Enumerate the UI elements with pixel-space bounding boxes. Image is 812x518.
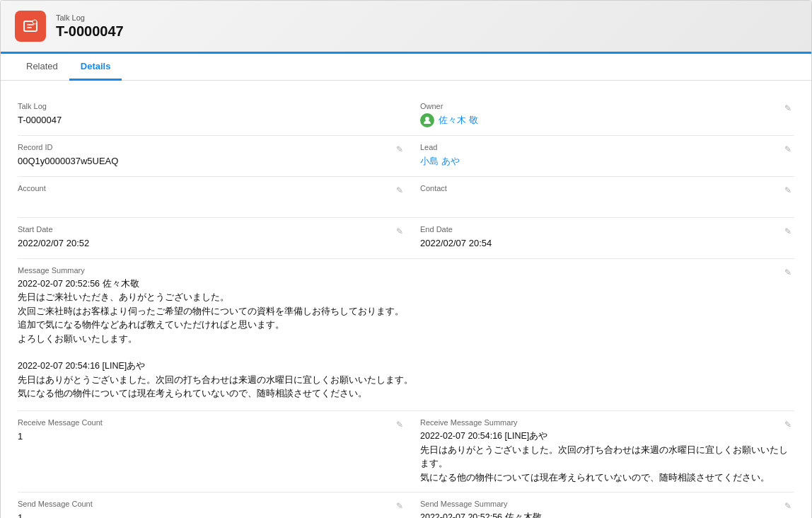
owner-value[interactable]: 佐々木 敬 [439,113,478,127]
end-date-edit-icon[interactable]: ✎ [784,226,791,236]
receive-message-count-label: Receive Message Count [18,418,395,427]
owner-avatar [420,113,434,127]
send-summary-edit-icon[interactable]: ✎ [784,501,791,511]
field-send-message-count: Send Message Count 1 ✎ [18,493,406,518]
receive-summary-edit-icon[interactable]: ✎ [784,420,791,430]
header-icon [15,11,46,42]
page-header: Talk Log T-0000047 [1,1,811,54]
field-owner: Owner 佐々木 敬 ✎ [406,95,794,136]
contact-edit-icon[interactable]: ✎ [784,185,791,195]
field-receive-message-count: Receive Message Count 1 ✎ [18,411,406,493]
field-end-date: End Date 2022/02/07 20:54 ✎ [406,218,794,259]
message-summary-label: Message Summary [18,266,783,275]
talk-log-label: Talk Log [18,102,395,110]
field-receive-message-summary: Receive Message Summary 2022-02-07 20:54… [406,411,794,493]
field-start-date: Start Date 2022/02/07 20:52 ✎ [18,218,406,259]
owner-row: 佐々木 敬 [420,113,794,127]
receive-message-summary-label: Receive Message Summary [420,418,794,427]
header-title: T-0000047 [56,23,124,40]
message-summary-value: 2022-02-07 20:52:56 佐々木敬 先日はご来社いただき、ありがと… [18,277,783,401]
header-subtitle: Talk Log [56,13,124,22]
lead-edit-icon[interactable]: ✎ [784,144,791,154]
fields-grid: Talk Log T-0000047 Owner 佐々木 敬 ✎ Record … [18,95,794,518]
field-account: Account ✎ [18,177,406,218]
svg-point-2 [425,117,429,121]
account-label: Account [18,184,395,192]
lead-label: Lead [420,143,794,151]
lead-value[interactable]: 小島 あや [420,156,460,166]
contact-label: Contact [420,184,794,192]
content-area: Talk Log T-0000047 Owner 佐々木 敬 ✎ Record … [1,81,811,518]
record-id-value: 00Q1y0000037w5UEAQ [18,154,395,168]
owner-label: Owner [420,102,794,110]
receive-message-count-value: 1 [18,430,395,444]
field-talk-log: Talk Log T-0000047 [18,95,406,136]
record-id-label: Record ID [18,143,395,151]
header-text: Talk Log T-0000047 [56,13,124,40]
owner-edit-icon[interactable]: ✎ [784,103,791,113]
record-id-edit-icon[interactable]: ✎ [396,144,403,154]
start-date-edit-icon[interactable]: ✎ [396,226,403,236]
tabs-bar: Related Details [1,54,811,81]
svg-point-1 [33,20,37,24]
message-summary-edit-icon[interactable]: ✎ [784,267,791,277]
account-edit-icon[interactable]: ✎ [396,185,403,195]
send-message-count-label: Send Message Count [18,500,395,508]
send-count-edit-icon[interactable]: ✎ [396,501,403,511]
field-message-summary: Message Summary 2022-02-07 20:52:56 佐々木敬… [18,259,794,411]
end-date-value: 2022/02/07 20:54 [420,236,794,251]
receive-message-summary-value: 2022-02-07 20:54:16 [LINE]あや 先日はありがとうござい… [420,430,794,485]
start-date-value: 2022/02/07 20:52 [18,236,395,251]
field-contact: Contact ✎ [406,177,794,218]
send-message-summary-value: 2022-02-07 20:52:56 佐々木敬 先日はご来社いただき、ありがと… [420,511,794,518]
start-date-label: Start Date [18,225,395,234]
field-lead: Lead 小島 あや ✎ [406,136,794,177]
field-send-message-summary: Send Message Summary 2022-02-07 20:52:56… [406,493,794,518]
tab-details[interactable]: Details [69,54,122,81]
tab-related[interactable]: Related [15,54,69,81]
talk-log-value: T-0000047 [18,113,395,127]
receive-count-edit-icon[interactable]: ✎ [396,420,403,430]
send-message-count-value: 1 [18,511,395,518]
field-record-id: Record ID 00Q1y0000037w5UEAQ ✎ [18,136,406,177]
send-message-summary-label: Send Message Summary [420,500,794,508]
end-date-label: End Date [420,225,794,234]
